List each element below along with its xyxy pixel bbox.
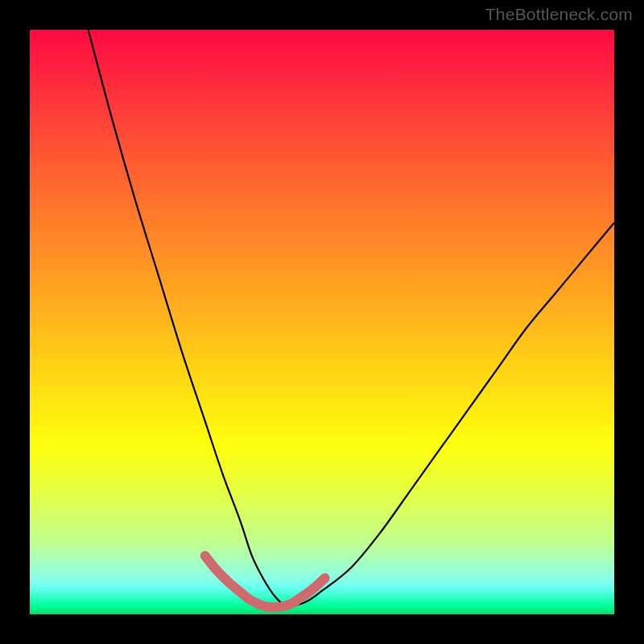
chart-frame: TheBottleneck.com (0, 0, 644, 644)
curve-layer (30, 30, 614, 614)
plot-area (30, 30, 614, 614)
watermark-text: TheBottleneck.com (485, 5, 633, 24)
bottleneck-curve (89, 30, 614, 605)
